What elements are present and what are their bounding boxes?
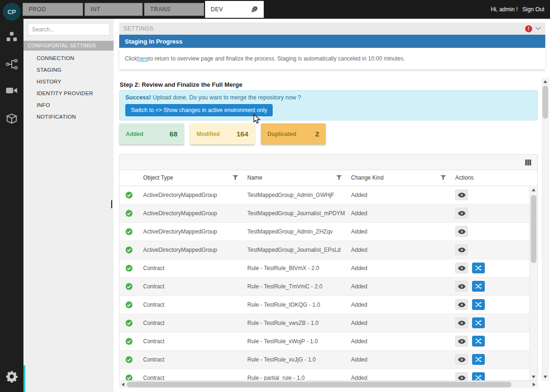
alert-icon[interactable]: ! (525, 25, 532, 32)
switch-view-button[interactable]: Switch to => Show changes in active envi… (125, 104, 273, 116)
column-header-change-kind: Change Kind (346, 170, 451, 186)
sidebar-item-staging[interactable]: STAGING (23, 64, 114, 76)
diff-button[interactable] (472, 354, 485, 365)
cell-actions (451, 350, 530, 369)
view-button[interactable] (455, 372, 468, 381)
table-row[interactable]: Contract Rule - TestRule_xvJjG - 1.0 Add… (120, 350, 530, 369)
text-cursor (111, 200, 112, 208)
success-check-icon (125, 210, 133, 217)
cell-change-kind: Added (346, 277, 451, 295)
view-button[interactable] (455, 317, 468, 328)
video-camera-icon[interactable] (6, 85, 18, 98)
scroll-up-button[interactable] (530, 186, 537, 194)
scroll-down-button[interactable] (542, 373, 549, 381)
table-row[interactable]: Contract Rule - TestRule_xWojP - 1.0 Add… (120, 332, 530, 350)
view-button[interactable] (455, 336, 468, 347)
stat-label: Modified (197, 131, 220, 137)
view-button[interactable] (455, 281, 468, 292)
table-row[interactable]: Contract Rule - partial_rule - 1.0 Added (120, 369, 530, 381)
app-logo[interactable]: CP (3, 3, 21, 21)
column-chooser-icon[interactable] (525, 159, 532, 166)
cell-name: TestMappedGroup_Journalist_EPsLd (243, 241, 346, 259)
cell-change-kind: Added (346, 332, 451, 350)
env-tab-dev[interactable]: DEV (205, 1, 264, 18)
staging-message-pre: Click (125, 55, 137, 62)
view-button[interactable] (455, 299, 468, 310)
integration-icon[interactable] (5, 58, 18, 72)
view-button[interactable] (455, 244, 468, 255)
stat-card-duplicated[interactable]: Duplicated 2 (261, 123, 326, 144)
scroll-up-button[interactable] (542, 78, 549, 85)
stat-card-modified[interactable]: Modified 164 (190, 123, 255, 144)
modules-icon[interactable] (6, 31, 18, 45)
scroll-down-button[interactable] (530, 373, 537, 381)
table-row[interactable]: Contract Rule - TestRule_vwsZB - 1.0 Add… (120, 314, 530, 332)
env-tab-trans[interactable]: TRANS (144, 3, 204, 16)
cell-object-type: ActiveDirectoryMappedGroup (138, 241, 243, 259)
settings-gear-icon[interactable] (5, 370, 18, 385)
horizontal-scrollbar[interactable] (119, 381, 538, 388)
view-button[interactable] (455, 208, 468, 219)
panel-scrollbar[interactable] (542, 78, 549, 381)
cell-change-kind: Added (346, 369, 451, 381)
filter-icon[interactable] (440, 175, 446, 182)
view-button[interactable] (455, 226, 468, 237)
overview-link[interactable]: here (137, 55, 148, 62)
table-scrollbar-thumb[interactable] (531, 195, 536, 263)
horizontal-scrollbar-thumb[interactable] (127, 382, 512, 387)
stat-label: Added (126, 131, 143, 137)
success-title: Success! (125, 94, 151, 101)
main-panel: SETTINGS ! Staging In Progress Click her… (114, 19, 550, 392)
cell-object-type: Contract (138, 295, 243, 314)
diff-button[interactable] (472, 336, 485, 347)
table-row[interactable]: ActiveDirectoryMappedGroup TestMappedGro… (120, 186, 530, 204)
diff-button[interactable] (472, 299, 485, 310)
success-check-icon (125, 356, 133, 363)
diff-button[interactable] (472, 281, 485, 292)
table-row[interactable]: Contract Rule - TestRule_BtVmX - 2.0 Add… (120, 259, 530, 277)
search-input[interactable] (32, 26, 106, 33)
table-scrollbar[interactable] (529, 186, 537, 381)
cell-change-kind: Added (346, 259, 451, 277)
changes-grid: Object Type Name Change Ki (119, 154, 538, 381)
sidebar-item-notification[interactable]: NOTIFICATION (23, 111, 114, 123)
stat-card-added[interactable]: Added 68 (119, 123, 184, 144)
chevron-down-icon[interactable] (535, 27, 541, 30)
sidebar-item-info[interactable]: INFO (23, 99, 114, 111)
filter-icon[interactable] (336, 175, 342, 182)
diff-button[interactable] (472, 263, 485, 273)
diff-button[interactable] (472, 317, 485, 328)
scroll-left-button[interactable] (119, 381, 127, 388)
cell-actions (451, 314, 530, 332)
settings-panel-title: SETTINGS (123, 25, 525, 32)
table-row[interactable]: ActiveDirectoryMappedGroup TestMappedGro… (120, 222, 530, 241)
diff-button[interactable] (472, 372, 485, 381)
repository-icon[interactable] (6, 113, 18, 127)
view-button[interactable] (455, 263, 468, 273)
success-check-icon (125, 338, 133, 345)
cell-actions (451, 259, 530, 277)
sidebar-item-identity-provider[interactable]: IDENTITY PROVIDER (23, 88, 114, 99)
sign-out-link[interactable]: Sign Out (522, 6, 544, 13)
teal-accent-bar (23, 365, 25, 392)
view-button[interactable] (455, 189, 468, 200)
table-row[interactable]: Contract Rule - TestRule_TmVmC - 2.0 Add… (120, 277, 530, 295)
table-row[interactable]: Contract Rule - TestRule_tOKQG - 1.0 Add… (120, 295, 530, 314)
env-tab-prod[interactable]: PROD (23, 3, 83, 16)
table-row[interactable]: ActiveDirectoryMappedGroup TestMappedGro… (120, 241, 530, 259)
cell-change-kind: Added (346, 186, 451, 204)
env-tab-int[interactable]: INT (84, 3, 143, 16)
settings-panel-header[interactable]: SETTINGS ! (119, 23, 545, 35)
cell-actions (451, 277, 530, 295)
scroll-right-button[interactable] (530, 381, 538, 388)
panel-scrollbar-thumb[interactable] (542, 86, 548, 119)
stat-label: Duplicated (267, 131, 296, 137)
view-button[interactable] (455, 354, 468, 365)
cell-change-kind: Added (346, 350, 451, 369)
cell-actions (451, 295, 530, 314)
table-row[interactable]: ActiveDirectoryMappedGroup TestMappedGro… (120, 204, 530, 222)
cell-actions (451, 332, 530, 350)
sidebar-item-connection[interactable]: CONNECTION (23, 53, 114, 64)
filter-icon[interactable] (232, 175, 238, 182)
sidebar-item-history[interactable]: HISTORY (23, 76, 114, 88)
